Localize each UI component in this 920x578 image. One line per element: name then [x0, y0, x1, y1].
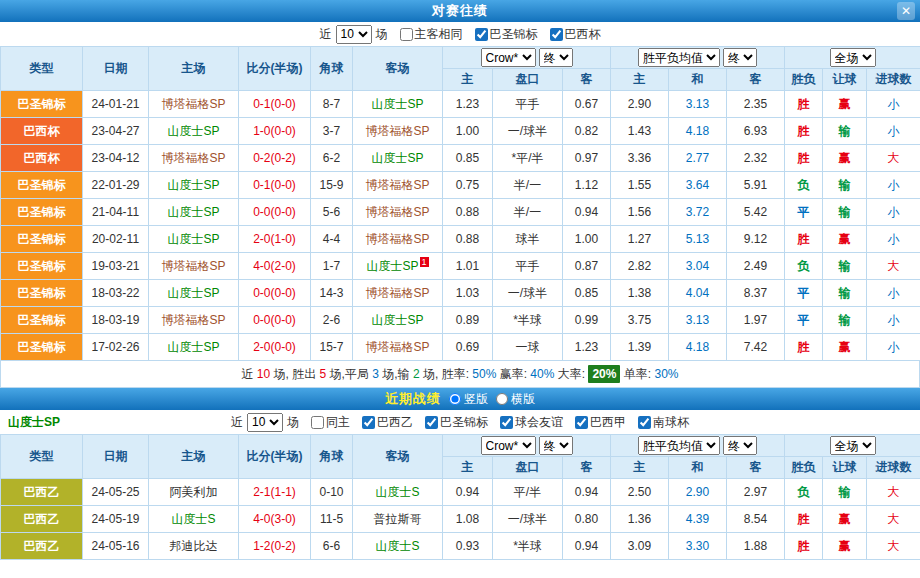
- col-score: 比分(半场): [239, 47, 311, 91]
- bookmaker-select-2[interactable]: Crow*: [481, 436, 536, 455]
- h2h-titlebar: 对赛往绩 ✕: [0, 0, 920, 22]
- home-team-link[interactable]: 山度士SP: [149, 334, 239, 361]
- bookmaker-select-cell-2: Crow* 终: [443, 435, 611, 457]
- layout-radio-horizontal[interactable]: 横版: [496, 391, 535, 408]
- corner-count: 0-10: [311, 479, 353, 506]
- col-odds-line: 盘口: [493, 69, 563, 91]
- filter-checkbox-主客相同[interactable]: 主客相同: [400, 26, 463, 43]
- away-team-link[interactable]: 山度士SP1: [353, 253, 443, 280]
- match-row: 巴圣锦标 18-03-19 博塔福格SP 0-0(0-0) 2-6 山度士SP …: [1, 307, 920, 334]
- summary-text: 50%: [472, 367, 496, 381]
- checkbox-input[interactable]: [425, 416, 438, 429]
- checkbox-input[interactable]: [400, 28, 413, 41]
- checkbox-input[interactable]: [638, 416, 651, 429]
- result-flag: 平: [785, 307, 823, 334]
- filter-checkbox-球会友谊[interactable]: 球会友谊: [500, 414, 563, 431]
- odds-period-select[interactable]: 终: [539, 48, 573, 67]
- recent-count-select[interactable]: 10: [336, 25, 372, 44]
- wdl-period-select-2[interactable]: 终: [723, 436, 757, 455]
- wdl-source-select[interactable]: 胜平负均值: [638, 48, 720, 67]
- away-team-link[interactable]: 博塔福格SP: [353, 334, 443, 361]
- filter-checkbox-巴西乙[interactable]: 巴西乙: [362, 414, 413, 431]
- summary-text: 10: [257, 367, 270, 381]
- handicap-line: *平/半: [493, 145, 563, 172]
- filter-checkbox-同主[interactable]: 同主: [311, 414, 350, 431]
- away-team-link[interactable]: 山度士SP: [353, 91, 443, 118]
- col-away: 客场: [353, 47, 443, 91]
- checkbox-input[interactable]: [550, 28, 563, 41]
- col-handicap: 让球: [823, 69, 867, 91]
- checkbox-label: 球会友谊: [515, 414, 563, 431]
- away-team-link[interactable]: 山度士SP: [353, 145, 443, 172]
- home-team-link[interactable]: 博塔福格SP: [149, 253, 239, 280]
- checkbox-input[interactable]: [500, 416, 513, 429]
- filter-checkbox-巴西甲[interactable]: 巴西甲: [575, 414, 626, 431]
- league-badge: 巴西乙: [1, 506, 83, 533]
- filter-checkbox-巴西杯[interactable]: 巴西杯: [550, 26, 601, 43]
- corner-count: 15-7: [311, 334, 353, 361]
- home-team-link[interactable]: 阿美利加: [149, 479, 239, 506]
- checkbox-input[interactable]: [311, 416, 324, 429]
- layout-radio-vertical[interactable]: 竖版: [449, 391, 488, 408]
- away-team-link[interactable]: 博塔福格SP: [353, 280, 443, 307]
- col-date: 日期: [83, 47, 149, 91]
- handicap-odds-away: 0.94: [563, 479, 611, 506]
- goals-flag: 小: [867, 226, 920, 253]
- handicap-odds-home: 0.85: [443, 145, 493, 172]
- corner-count: 4-4: [311, 226, 353, 253]
- result-flag: 胜: [785, 334, 823, 361]
- home-team-link[interactable]: 山度士SP: [149, 280, 239, 307]
- away-team-link[interactable]: 山度士S: [353, 479, 443, 506]
- home-team-link[interactable]: 博塔福格SP: [149, 91, 239, 118]
- col-corner: 角球: [311, 47, 353, 91]
- home-team-link[interactable]: 博塔福格SP: [149, 145, 239, 172]
- away-team-link[interactable]: 博塔福格SP: [353, 199, 443, 226]
- wdl-odds-away: 2.32: [727, 145, 785, 172]
- filter-checkbox-巴圣锦标[interactable]: 巴圣锦标: [475, 26, 538, 43]
- col-score-2: 比分(半场): [239, 435, 311, 479]
- home-team-link[interactable]: 山度士SP: [149, 172, 239, 199]
- wdl-period-select[interactable]: 终: [723, 48, 757, 67]
- away-team-link[interactable]: 博塔福格SP: [353, 172, 443, 199]
- result-flag: 平: [785, 280, 823, 307]
- corner-count: 6-6: [311, 533, 353, 560]
- wdl-source-select-2[interactable]: 胜平负均值: [638, 436, 720, 455]
- bookmaker-select[interactable]: Crow*: [481, 48, 536, 67]
- match-row: 巴圣锦标 21-04-11 山度士SP 0-0(0-0) 5-6 博塔福格SP …: [1, 199, 920, 226]
- recent-count-select-2[interactable]: 10: [247, 413, 283, 432]
- away-team-link[interactable]: 山度士SP: [353, 307, 443, 334]
- away-team-link[interactable]: 博塔福格SP: [353, 226, 443, 253]
- wdl-odds-away: 5.91: [727, 172, 785, 199]
- col-away-2: 客场: [353, 435, 443, 479]
- away-team-link[interactable]: 山度士S: [353, 533, 443, 560]
- match-date: 23-04-27: [83, 118, 149, 145]
- vertical-radio[interactable]: [449, 393, 461, 405]
- result-flag: 胜: [785, 533, 823, 560]
- checkbox-input[interactable]: [575, 416, 588, 429]
- filter-checkbox-南球杯[interactable]: 南球杯: [638, 414, 689, 431]
- scope-select[interactable]: 全场: [830, 48, 876, 67]
- col-wdl-away-2: 客: [727, 457, 785, 479]
- result-flag: 胜: [785, 145, 823, 172]
- home-team-link[interactable]: 山度士SP: [149, 226, 239, 253]
- away-team-link[interactable]: 博塔福格SP: [353, 118, 443, 145]
- filter-checkbox-巴圣锦标[interactable]: 巴圣锦标: [425, 414, 488, 431]
- home-team-link[interactable]: 邦迪比达: [149, 533, 239, 560]
- col-handicap-2: 让球: [823, 457, 867, 479]
- home-team-link[interactable]: 山度士SP: [149, 199, 239, 226]
- wdl-odds-draw: 3.72: [669, 199, 727, 226]
- home-team-link[interactable]: 博塔福格SP: [149, 307, 239, 334]
- checkbox-input[interactable]: [475, 28, 488, 41]
- handicap-flag: 赢: [823, 533, 867, 560]
- match-date: 21-04-11: [83, 199, 149, 226]
- checkbox-input[interactable]: [362, 416, 375, 429]
- close-icon[interactable]: ✕: [897, 2, 915, 20]
- scope-select-2[interactable]: 全场: [830, 436, 876, 455]
- home-team-link[interactable]: 山度士SP: [149, 118, 239, 145]
- away-team-link[interactable]: 普拉斯哥: [353, 506, 443, 533]
- horizontal-radio[interactable]: [496, 393, 508, 405]
- match-date: 18-03-19: [83, 307, 149, 334]
- odds-period-select-2[interactable]: 终: [539, 436, 573, 455]
- wdl-odds-away: 8.54: [727, 506, 785, 533]
- home-team-link[interactable]: 山度士S: [149, 506, 239, 533]
